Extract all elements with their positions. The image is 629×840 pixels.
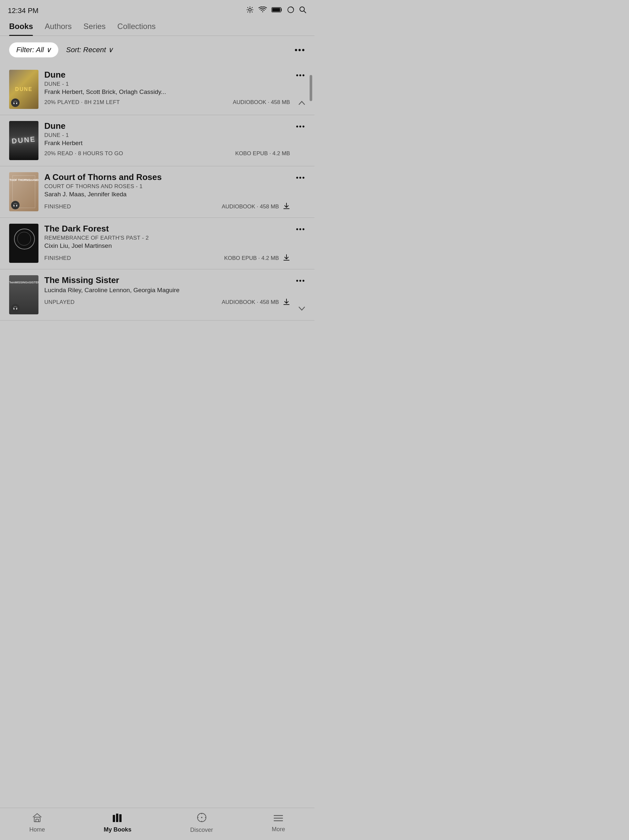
book-status: 20% PLAYED · 8H 21M LEFT [44,99,120,106]
tab-series[interactable]: Series [84,19,106,36]
book-format: AUDIOBOOK · 458 MB [222,204,279,210]
chevron-down-icon: ∨ [108,46,113,54]
book-meta: FINISHED AUDIOBOOK · 458 MB [44,202,290,212]
three-dots-icon[interactable]: ••• [296,71,305,80]
book-author: Cixin Liu, Joel Martinsen [44,242,290,249]
wifi-icon [259,6,267,15]
filter-button[interactable]: Filter: All ∨ [9,43,58,57]
list-item: The Dark Forest REMEMBRANCE OF EARTH'S P… [0,218,314,269]
download-icon[interactable] [283,253,290,263]
book-info: Dune DUNE - 1 Frank Herbert 20% READ · 8… [44,121,290,160]
book-actions: ••• [296,275,305,314]
book-title: A Court of Thorns and Roses [44,172,290,182]
book-format: KOBO EPUB · 4.2 MB [224,255,279,262]
three-dots-icon[interactable]: ••• [296,276,305,285]
book-author: Frank Herbert [44,140,290,147]
book-series: REMEMBRANCE OF EARTH'S PAST - 2 [44,235,290,241]
tab-books[interactable]: Books [9,19,33,36]
list-item: Dune DUNE - 1 Frank Herbert 20% READ · 8… [0,115,314,166]
headphone-badge [11,304,20,313]
book-actions: ••• [296,172,305,212]
book-actions: ••• [296,224,305,263]
book-actions: ••• [296,121,305,160]
book-cover[interactable] [9,121,38,160]
three-dots-icon[interactable]: ••• [296,122,305,131]
book-series: DUNE - 1 [44,81,290,87]
nav-tabs: Books Authors Series Collections [0,19,314,36]
book-cover[interactable] [9,275,38,314]
scrollbar-thumb[interactable] [310,75,312,101]
book-info: The Missing Sister Lucinda Riley, Caroli… [44,275,290,314]
scrollbar-track[interactable] [309,72,313,361]
book-cover[interactable] [9,224,38,263]
book-title: The Dark Forest [44,224,290,234]
book-info: The Dark Forest REMEMBRANCE OF EARTH'S P… [44,224,290,263]
book-actions: ••• [296,70,305,109]
brightness-icon [246,6,254,15]
book-title: The Missing Sister [44,275,290,285]
book-format: KOBO EPUB · 4.2 MB [235,150,290,157]
svg-line-13 [304,11,306,13]
status-icons [246,6,307,15]
book-info: A Court of Thorns and Roses COURT OF THO… [44,172,290,212]
book-meta: UNPLAYED AUDIOBOOK · 458 MB [44,297,290,308]
list-item: The Missing Sister Lucinda Riley, Caroli… [0,269,314,321]
svg-line-8 [252,7,252,8]
book-author: Sarah J. Maas, Jennifer Ikeda [44,191,290,198]
headphone-badge [11,98,20,107]
headphone-badge [11,201,20,209]
main-content: Filter: All ∨ Sort: Recent ∨ ••• Dune [0,36,314,353]
book-status: UNPLAYED [44,299,75,306]
book-author: Lucinda Riley, Caroline Lennon, Georgia … [44,287,290,294]
status-time: 12:34 PM [8,6,38,15]
book-title: Dune [44,70,290,80]
book-meta: 20% READ · 8 HOURS TO GO KOBO EPUB · 4.2… [44,150,290,157]
book-series: DUNE - 1 [44,132,290,139]
chevron-down-icon[interactable] [298,305,305,313]
chevron-up-icon[interactable] [298,99,305,107]
book-info: Dune DUNE - 1 Frank Herbert, Scott Brick… [44,70,290,109]
chevron-down-icon: ∨ [46,46,51,54]
search-icon[interactable] [299,6,307,15]
battery-icon [271,7,282,14]
svg-point-12 [300,7,304,11]
download-icon[interactable] [283,297,290,308]
tab-authors[interactable]: Authors [45,19,72,36]
status-bar: 12:34 PM [0,0,314,19]
more-options-button[interactable]: ••• [295,45,305,55]
download-icon[interactable] [283,202,290,212]
filter-bar: Filter: All ∨ Sort: Recent ∨ ••• [0,36,314,64]
list-item: A Court of Thorns and Roses COURT OF THO… [0,166,314,218]
svg-line-6 [252,12,252,13]
book-meta: 20% PLAYED · 8H 21M LEFT AUDIOBOOK · 458… [44,99,290,106]
book-status: FINISHED [44,204,71,210]
svg-line-5 [248,7,248,8]
book-status: 20% READ · 8 HOURS TO GO [44,150,123,157]
svg-line-7 [248,12,248,13]
svg-point-0 [249,8,251,11]
book-cover[interactable] [9,172,38,211]
sync-icon [287,6,294,15]
book-meta: FINISHED KOBO EPUB · 4.2 MB [44,253,290,263]
three-dots-icon[interactable]: ••• [296,225,305,234]
book-author: Frank Herbert, Scott Brick, Orlagh Cassi… [44,88,290,96]
svg-rect-10 [273,8,280,12]
three-dots-icon: ••• [295,45,305,55]
list-item: Dune DUNE - 1 Frank Herbert, Scott Brick… [0,64,314,115]
book-status: FINISHED [44,255,71,262]
book-series: COURT OF THORNS AND ROSES - 1 [44,183,290,190]
sort-button[interactable]: Sort: Recent ∨ [66,46,113,54]
book-title: Dune [44,121,290,131]
book-list: Dune DUNE - 1 Frank Herbert, Scott Brick… [0,64,314,321]
book-cover[interactable] [9,70,38,109]
book-format: AUDIOBOOK · 458 MB [222,299,279,306]
tab-collections[interactable]: Collections [117,19,156,36]
book-format: AUDIOBOOK · 458 MB [233,99,290,106]
three-dots-icon[interactable]: ••• [296,174,305,182]
